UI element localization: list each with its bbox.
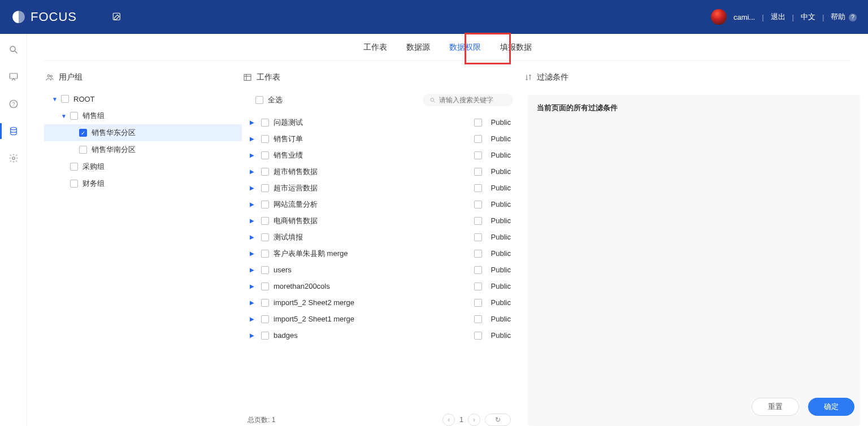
tree-node-purchase[interactable]: ▶ 采购组 [44, 158, 242, 175]
tree-node-root[interactable]: ▼ ROOT [44, 90, 242, 107]
visibility-label: Public [491, 298, 511, 307]
tree-node-finance[interactable]: ▶ 财务组 [44, 175, 242, 192]
visibility-label: Public [491, 331, 511, 340]
worksheets-list: ▶问题测试Public▶销售订单Public▶销售业绩Public▶超市销售数据… [242, 114, 524, 402]
worksheet-row[interactable]: ▶问题测试Public [242, 114, 524, 131]
worksheet-row[interactable]: ▶超市运营数据Public [242, 180, 524, 196]
nav-settings[interactable] [8, 153, 19, 164]
worksheet-row[interactable]: ▶usersPublic [242, 262, 524, 278]
checkbox[interactable] [474, 332, 482, 340]
worksheet-row[interactable]: ▶电商销售数据Public [242, 212, 524, 229]
prev-page-button[interactable]: ‹ [442, 414, 455, 426]
tree-label: ROOT [73, 95, 95, 103]
checkbox[interactable] [474, 119, 482, 127]
checkbox[interactable] [474, 135, 482, 143]
checkbox[interactable] [79, 146, 87, 154]
caret-right-icon: ▶ [248, 119, 257, 125]
checkbox[interactable] [474, 151, 482, 159]
tree-node-sales-south[interactable]: ▶ 销售华南分区 [44, 141, 242, 158]
visibility-label: Public [491, 167, 511, 176]
confirm-button[interactable]: 确定 [808, 398, 854, 416]
checkbox[interactable] [261, 119, 269, 127]
checkbox[interactable] [474, 201, 482, 208]
tab-form-data[interactable]: 填报数据 [499, 34, 533, 61]
checkbox[interactable] [261, 135, 269, 143]
tab-worksheets[interactable]: 工作表 [362, 34, 388, 61]
user-avatar[interactable] [711, 9, 727, 25]
tree-label: 销售组 [83, 111, 105, 121]
checkbox[interactable] [261, 266, 269, 274]
checkbox[interactable] [474, 184, 482, 192]
checkbox[interactable] [261, 233, 269, 241]
worksheet-row[interactable]: ▶badgesPublic [242, 327, 524, 344]
reset-button[interactable]: 重置 [752, 398, 799, 416]
nav-help[interactable]: ? [8, 98, 19, 110]
worksheet-row[interactable]: ▶morethan200colsPublic [242, 278, 524, 294]
nav-search[interactable] [8, 44, 19, 55]
checkbox[interactable] [261, 151, 269, 159]
worksheet-row[interactable]: ▶网站流量分析Public [242, 196, 524, 212]
worksheets-header: 工作表 [242, 72, 524, 82]
worksheet-row[interactable]: ▶超市销售数据Public [242, 163, 524, 180]
checkbox[interactable] [261, 315, 269, 323]
visibility-label: Public [491, 134, 511, 143]
next-page-button[interactable]: › [468, 414, 480, 426]
checkbox[interactable] [474, 266, 482, 274]
checkbox[interactable] [261, 217, 269, 225]
gear-icon [8, 153, 19, 163]
checkbox-checked[interactable]: ✓ [79, 129, 87, 137]
select-all[interactable]: 全选 [255, 95, 283, 105]
sort-icon [524, 73, 532, 81]
visibility-label: Public [491, 249, 511, 258]
worksheet-row[interactable]: ▶import5_2 Sheet2 mergePublic [242, 294, 524, 311]
checkbox[interactable] [474, 299, 482, 307]
worksheet-name: 网站流量分析 [274, 199, 470, 210]
tab-data-permission[interactable]: 数据权限 [448, 34, 482, 61]
worksheet-row[interactable]: ▶销售业绩Public [242, 147, 524, 163]
checkbox[interactable] [474, 168, 482, 176]
tab-datasource[interactable]: 数据源 [405, 34, 431, 61]
nav-data[interactable] [8, 125, 19, 137]
worksheet-visibility: Public [470, 298, 511, 307]
worksheet-name: 销售订单 [274, 134, 470, 144]
search-box[interactable] [423, 94, 513, 106]
checkbox[interactable] [474, 282, 482, 290]
checkbox[interactable] [70, 112, 78, 120]
worksheet-row[interactable]: ▶销售订单Public [242, 131, 524, 147]
worksheet-visibility: Public [470, 167, 511, 176]
language-link[interactable]: 中文 [801, 12, 815, 22]
worksheet-row[interactable]: ▶测试填报Public [242, 229, 524, 245]
checkbox[interactable] [261, 250, 269, 258]
checkbox[interactable] [474, 233, 482, 241]
checkbox[interactable] [255, 96, 263, 104]
username-label[interactable]: cami... [734, 13, 755, 21]
checkbox[interactable] [61, 95, 69, 103]
tree-node-sales[interactable]: ▼ 销售组 [44, 107, 242, 124]
checkbox[interactable] [261, 282, 269, 290]
help-link[interactable]: 帮助 ? [831, 12, 857, 22]
checkbox[interactable] [261, 201, 269, 208]
logout-link[interactable]: 退出 [771, 12, 785, 22]
nav-dashboard[interactable] [8, 71, 19, 82]
checkbox[interactable] [261, 168, 269, 176]
checkbox[interactable] [261, 184, 269, 192]
checkbox[interactable] [70, 180, 78, 188]
checkbox[interactable] [261, 299, 269, 307]
filter-panel-column: 过滤条件 当前页面的所有过滤条件 [524, 72, 860, 426]
worksheet-row[interactable]: ▶import5_2 Sheet1 mergePublic [242, 311, 524, 327]
caret-right-icon: ▶ [248, 152, 257, 158]
brand-logo[interactable]: FOCUS [11, 10, 77, 24]
worksheet-visibility: Public [470, 134, 511, 143]
svg-point-8 [47, 75, 50, 77]
edit-button[interactable] [111, 11, 123, 23]
checkbox[interactable] [70, 163, 78, 171]
search-input[interactable] [439, 96, 506, 104]
checkbox[interactable] [474, 217, 482, 225]
tree-node-sales-east[interactable]: ▶ ✓ 销售华东分区 [44, 124, 242, 141]
visibility-label: Public [491, 216, 511, 225]
checkbox[interactable] [474, 250, 482, 258]
worksheet-row[interactable]: ▶客户表单朱县鹅 mergePublic [242, 245, 524, 262]
checkbox[interactable] [261, 332, 269, 340]
refresh-button[interactable]: ↻ [485, 414, 511, 426]
checkbox[interactable] [474, 315, 482, 323]
